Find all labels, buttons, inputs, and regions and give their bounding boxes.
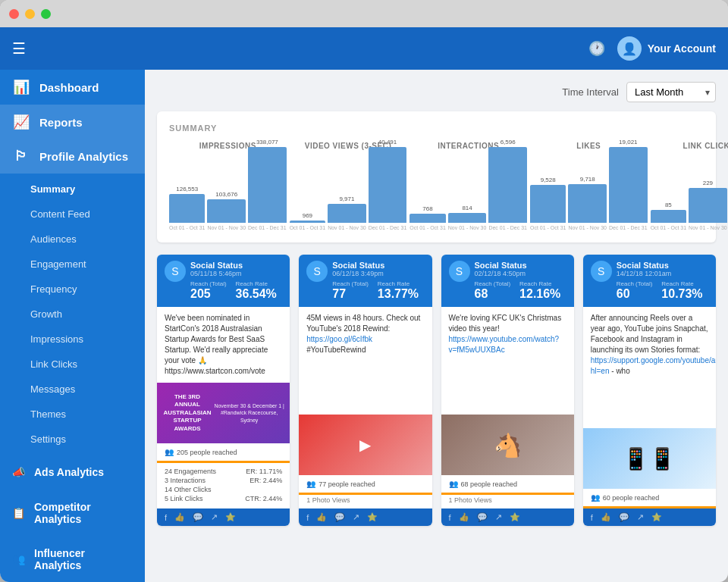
comment-icon: 💬 [477,512,488,522]
card2-reach-total: Reach (Total) 77 [332,280,369,301]
minimize-button[interactable] [25,9,35,19]
bar-date: Oct 01 - Oct 31 [530,225,566,230]
reach-icon: 👥 [306,480,315,488]
star-icon: ⭐ [225,512,236,522]
sidebar-sub-item-frequency[interactable]: Frequency [0,277,145,302]
sidebar-item-profile-analytics[interactable]: 🏳 Profile Analytics [0,139,145,174]
bar-wrap: 19,021 Dec 01 - Dec 31 [609,139,648,230]
card2-photo-views: 1 Photo Views [299,495,431,508]
card1-header: S Social Status 05/11/18 5:46pm Reach (T… [157,255,290,307]
chart-bar [488,147,527,223]
sidebar-sub-item-content-feed[interactable]: Content Feed [0,202,145,227]
sidebar-item-ads-analytics-label: Ads Analytics [34,466,104,478]
sidebar-sub-item-growth[interactable]: Growth [0,302,145,327]
sidebar-sub-item-link-clicks[interactable]: Link Clicks [0,352,145,377]
card4-title: Social Status [617,261,708,270]
card2-date: 06/12/18 3:49pm [332,270,424,277]
sidebar-sub-item-summary[interactable]: Summary [0,177,145,202]
sidebar-sub-item-settings[interactable]: Settings [0,427,145,452]
bar-wrap: 85 Oct 01 - Oct 31 [651,202,686,230]
time-interval-label: Time Interval [562,86,619,98]
summary-label: SUMMARY [169,124,704,133]
stat-value: ER: 2.44% [249,477,282,484]
chart-bar [290,221,325,223]
bar-wrap: 969 Oct 01 - Oct 31 [290,212,325,230]
top-nav: ☰ 🕐 👤 Your Account [0,27,728,70]
share-icon: ↗ [637,512,644,522]
bar-wrap: 338,077 Dec 01 - Dec 31 [248,139,287,230]
card1-rate-value: 36.54% [236,287,277,301]
menu-button[interactable]: ☰ [12,39,26,58]
bar-wrap: 814 Nov 01 - Nov 30 [448,205,487,230]
social-cards-row: S Social Status 05/11/18 5:46pm Reach (T… [157,255,716,526]
card1-reach-value: 205 [190,287,227,301]
maximize-button[interactable] [41,9,51,19]
bar-label: 768 [422,205,432,212]
card3-platform-icon: S [449,261,470,282]
card2-image: ▶ [299,415,431,475]
charts-row: IMPRESSIONS 126,553 Oct 01 - Oct 31 103,… [169,142,704,230]
title-bar [0,0,728,27]
card2-platform-icon: S [306,261,328,282]
bar-label: 9,528 [541,177,556,183]
sidebar-item-influencer-analytics[interactable]: 👥 Influencer Analytics [0,537,145,582]
card1-footer: f 👍 💬 ↗ ⭐ [157,508,290,526]
chart-group-video-views: VIDEO VIEWS (3-SEC) 969 Oct 01 - Oct 31 … [290,142,407,230]
card4-reach-people: 👥 60 people reached [583,489,716,506]
chart-group-likes: LIKES 9,528 Oct 01 - Oct 31 9,718 [530,142,648,230]
sidebar-item-reports-label: Reports [39,116,83,129]
sidebar-sub-item-impressions[interactable]: Impressions [0,327,145,352]
app: ☰ 🕐 👤 Your Account 📊 Dashboard [0,27,728,582]
chart-group-link-clicks: LINK CLICKS 85 Oct 01 - Oct 31 229 [651,142,728,230]
card3-reach-rate: Reach Rate 12.16% [519,280,560,301]
social-card-2: S Social Status 06/12/18 3:49pm Reach (T… [299,255,431,526]
time-interval-bar: Time Interval Last Month Last Week Last … [157,82,716,102]
sidebar-sub-items: Summary Content Feed Audiences Engagemen… [0,174,145,455]
card3-body: We're loving KFC UK's Christmas video th… [441,307,574,415]
bar-label: 85 [665,202,672,208]
account-button[interactable]: 👤 Your Account [617,36,716,61]
bar-wrap: 40,491 Dec 01 - Dec 31 [369,139,407,230]
sidebar-item-reports[interactable]: 📈 Reports [0,105,145,139]
sidebar-sub-item-messages[interactable]: Messages [0,377,145,402]
sidebar-sub-item-themes[interactable]: Themes [0,402,145,427]
star-icon: ⭐ [651,512,662,522]
sidebar-sub-item-engagement[interactable]: Engagement [0,252,145,277]
bar-label: 126,553 [176,186,198,192]
card4-header-info: Social Status 14/12/18 12:01am Reach (To… [617,261,708,301]
bar-label: 338,077 [256,139,278,146]
share-icon: ↗ [353,512,359,522]
card3-reach-label: Reach (Total) [475,280,511,287]
card4-stats: Reach (Total) 60 Reach Rate 10.73% [617,280,708,301]
bar-date: Dec 01 - Dec 31 [248,225,287,230]
time-interval-select-wrapper[interactable]: Last Month Last Week Last 3 Months Last … [626,82,716,102]
reach-icon: 👥 [165,448,174,456]
interactions-bars: 768 Oct 01 - Oct 31 814 Nov 01 - Nov 30 [410,155,527,230]
star-icon: ⭐ [367,512,378,522]
time-interval-select[interactable]: Last Month Last Week Last 3 Months Last … [626,82,716,102]
social-card-3: S Social Status 02/12/18 4:50pm Reach (T… [441,255,574,526]
sidebar-item-ads-analytics[interactable]: 📣 Ads Analytics [0,455,145,489]
card3-reach-people: 👥 68 people reached [441,475,574,493]
card4-reach-label: Reach (Total) [617,280,653,287]
bar-wrap: 768 Oct 01 - Oct 31 [410,205,445,230]
link-clicks-label: LINK CLICKS [651,142,728,150]
sidebar-item-competitor-analytics[interactable]: 📋 Competitor Analytics [0,490,145,536]
close-button[interactable] [9,9,19,19]
card1-title: Social Status [190,261,282,270]
impressions-bars: 126,553 Oct 01 - Oct 31 103,676 Nov 01 -… [169,155,287,230]
reports-icon: 📈 [12,114,30,130]
card3-reach-total: Reach (Total) 68 [475,280,511,301]
facebook-icon: f [449,513,451,522]
chart-bar [530,185,566,223]
sidebar-item-dashboard[interactable]: 📊 Dashboard [0,70,145,105]
card4-reach-value: 60 [617,287,653,301]
card1-reach-rate: Reach Rate 36.54% [236,280,277,301]
social-card-4: S Social Status 14/12/18 12:01am Reach (… [583,255,716,526]
bar-date: Dec 01 - Dec 31 [369,225,407,230]
comment-icon: 💬 [334,512,345,522]
chart-bar [568,184,607,223]
sidebar-sub-item-audiences[interactable]: Audiences [0,227,145,252]
card1-platform-icon: S [165,261,186,282]
influencer-analytics-icon: 👥 [12,553,25,565]
